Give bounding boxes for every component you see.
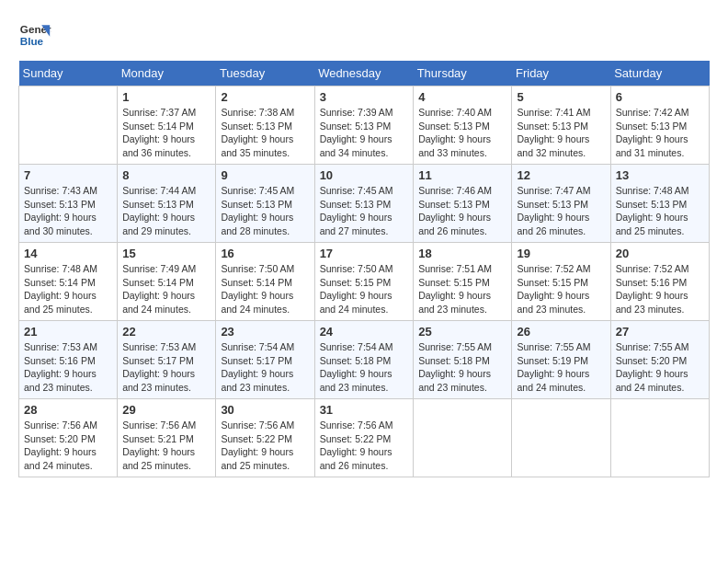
day-number: 14 <box>24 247 112 260</box>
day-number: 15 <box>122 247 210 260</box>
day-number: 26 <box>517 325 605 339</box>
day-info: Sunrise: 7:56 AM Sunset: 5:21 PM Dayligh… <box>122 419 210 473</box>
day-cell <box>512 399 610 477</box>
day-cell: 10Sunrise: 7:45 AM Sunset: 5:13 PM Dayli… <box>314 165 414 243</box>
day-info: Sunrise: 7:48 AM Sunset: 5:13 PM Dayligh… <box>616 184 704 238</box>
day-info: Sunrise: 7:56 AM Sunset: 5:22 PM Dayligh… <box>320 419 409 473</box>
day-cell: 22Sunrise: 7:53 AM Sunset: 5:17 PM Dayli… <box>118 321 216 399</box>
calendar-header-row: SundayMondayTuesdayWednesdayThursdayFrid… <box>19 61 710 86</box>
day-number: 7 <box>24 168 112 182</box>
day-cell: 29Sunrise: 7:56 AM Sunset: 5:21 PM Dayli… <box>118 399 216 477</box>
day-info: Sunrise: 7:45 AM Sunset: 5:13 PM Dayligh… <box>221 184 309 238</box>
day-number: 21 <box>24 325 112 339</box>
day-cell: 19Sunrise: 7:52 AM Sunset: 5:15 PM Dayli… <box>512 243 610 321</box>
day-info: Sunrise: 7:56 AM Sunset: 5:22 PM Dayligh… <box>221 419 309 473</box>
day-number: 20 <box>616 247 704 260</box>
day-cell: 6Sunrise: 7:42 AM Sunset: 5:13 PM Daylig… <box>610 86 709 165</box>
day-cell <box>414 399 512 477</box>
day-info: Sunrise: 7:55 AM Sunset: 5:20 PM Dayligh… <box>616 340 704 395</box>
day-number: 11 <box>418 168 506 182</box>
day-number: 9 <box>221 168 309 182</box>
day-info: Sunrise: 7:44 AM Sunset: 5:13 PM Dayligh… <box>122 184 210 238</box>
day-cell: 30Sunrise: 7:56 AM Sunset: 5:22 PM Dayli… <box>216 399 314 477</box>
week-row-2: 7Sunrise: 7:43 AM Sunset: 5:13 PM Daylig… <box>19 165 710 243</box>
day-cell: 8Sunrise: 7:44 AM Sunset: 5:13 PM Daylig… <box>118 165 216 243</box>
day-info: Sunrise: 7:55 AM Sunset: 5:18 PM Dayligh… <box>418 340 506 395</box>
day-info: Sunrise: 7:40 AM Sunset: 5:13 PM Dayligh… <box>418 106 506 160</box>
day-number: 3 <box>320 90 409 104</box>
day-number: 10 <box>320 168 409 182</box>
day-cell: 24Sunrise: 7:54 AM Sunset: 5:18 PM Dayli… <box>314 321 414 399</box>
day-cell: 17Sunrise: 7:50 AM Sunset: 5:15 PM Dayli… <box>314 243 414 321</box>
day-number: 4 <box>418 90 506 104</box>
day-cell <box>610 399 709 477</box>
day-cell: 14Sunrise: 7:48 AM Sunset: 5:14 PM Dayli… <box>19 243 118 321</box>
day-info: Sunrise: 7:54 AM Sunset: 5:18 PM Dayligh… <box>320 340 409 395</box>
logo-icon: General Blue <box>18 18 51 52</box>
logo: General Blue <box>18 18 51 52</box>
day-number: 19 <box>517 247 605 260</box>
day-cell: 28Sunrise: 7:56 AM Sunset: 5:20 PM Dayli… <box>19 399 118 477</box>
day-number: 22 <box>122 325 210 339</box>
column-header-friday: Friday <box>512 61 610 86</box>
day-cell: 20Sunrise: 7:52 AM Sunset: 5:16 PM Dayli… <box>610 243 709 321</box>
day-cell: 12Sunrise: 7:47 AM Sunset: 5:13 PM Dayli… <box>512 165 610 243</box>
week-row-4: 21Sunrise: 7:53 AM Sunset: 5:16 PM Dayli… <box>19 321 710 399</box>
day-number: 13 <box>616 168 704 182</box>
day-number: 17 <box>320 247 409 260</box>
day-info: Sunrise: 7:41 AM Sunset: 5:13 PM Dayligh… <box>517 106 605 160</box>
day-number: 29 <box>122 403 210 417</box>
day-cell: 5Sunrise: 7:41 AM Sunset: 5:13 PM Daylig… <box>512 86 610 165</box>
column-header-monday: Monday <box>118 61 216 86</box>
day-info: Sunrise: 7:53 AM Sunset: 5:17 PM Dayligh… <box>122 340 210 395</box>
day-info: Sunrise: 7:43 AM Sunset: 5:13 PM Dayligh… <box>24 184 112 238</box>
column-header-thursday: Thursday <box>414 61 512 86</box>
calendar-body: 1Sunrise: 7:37 AM Sunset: 5:14 PM Daylig… <box>19 86 710 477</box>
day-number: 25 <box>418 325 506 339</box>
day-cell: 16Sunrise: 7:50 AM Sunset: 5:14 PM Dayli… <box>216 243 314 321</box>
day-cell: 26Sunrise: 7:55 AM Sunset: 5:19 PM Dayli… <box>512 321 610 399</box>
day-cell: 25Sunrise: 7:55 AM Sunset: 5:18 PM Dayli… <box>414 321 512 399</box>
day-cell <box>19 86 118 165</box>
day-number: 24 <box>320 325 409 339</box>
day-info: Sunrise: 7:49 AM Sunset: 5:14 PM Dayligh… <box>122 262 210 316</box>
day-number: 1 <box>122 90 210 104</box>
day-info: Sunrise: 7:52 AM Sunset: 5:16 PM Dayligh… <box>616 262 704 316</box>
week-row-5: 28Sunrise: 7:56 AM Sunset: 5:20 PM Dayli… <box>19 399 710 477</box>
day-info: Sunrise: 7:38 AM Sunset: 5:13 PM Dayligh… <box>221 106 309 160</box>
day-cell: 31Sunrise: 7:56 AM Sunset: 5:22 PM Dayli… <box>314 399 414 477</box>
svg-text:Blue: Blue <box>20 35 44 47</box>
day-info: Sunrise: 7:47 AM Sunset: 5:13 PM Dayligh… <box>517 184 605 238</box>
day-number: 5 <box>517 90 605 104</box>
day-info: Sunrise: 7:42 AM Sunset: 5:13 PM Dayligh… <box>616 106 704 160</box>
day-info: Sunrise: 7:50 AM Sunset: 5:14 PM Dayligh… <box>221 262 309 316</box>
day-number: 6 <box>616 90 704 104</box>
day-cell: 23Sunrise: 7:54 AM Sunset: 5:17 PM Dayli… <box>216 321 314 399</box>
day-number: 30 <box>221 403 309 417</box>
day-number: 27 <box>616 325 704 339</box>
day-number: 8 <box>122 168 210 182</box>
day-info: Sunrise: 7:54 AM Sunset: 5:17 PM Dayligh… <box>221 340 309 395</box>
day-cell: 9Sunrise: 7:45 AM Sunset: 5:13 PM Daylig… <box>216 165 314 243</box>
day-number: 16 <box>221 247 309 260</box>
day-info: Sunrise: 7:53 AM Sunset: 5:16 PM Dayligh… <box>24 340 112 395</box>
day-info: Sunrise: 7:50 AM Sunset: 5:15 PM Dayligh… <box>320 262 409 316</box>
day-cell: 1Sunrise: 7:37 AM Sunset: 5:14 PM Daylig… <box>118 86 216 165</box>
day-number: 2 <box>221 90 309 104</box>
day-info: Sunrise: 7:51 AM Sunset: 5:15 PM Dayligh… <box>418 262 506 316</box>
day-number: 31 <box>320 403 409 417</box>
day-cell: 18Sunrise: 7:51 AM Sunset: 5:15 PM Dayli… <box>414 243 512 321</box>
day-cell: 13Sunrise: 7:48 AM Sunset: 5:13 PM Dayli… <box>610 165 709 243</box>
day-cell: 2Sunrise: 7:38 AM Sunset: 5:13 PM Daylig… <box>216 86 314 165</box>
day-info: Sunrise: 7:55 AM Sunset: 5:19 PM Dayligh… <box>517 340 605 395</box>
column-header-wednesday: Wednesday <box>314 61 414 86</box>
column-header-sunday: Sunday <box>19 61 118 86</box>
day-cell: 15Sunrise: 7:49 AM Sunset: 5:14 PM Dayli… <box>118 243 216 321</box>
day-cell: 11Sunrise: 7:46 AM Sunset: 5:13 PM Dayli… <box>414 165 512 243</box>
day-info: Sunrise: 7:37 AM Sunset: 5:14 PM Dayligh… <box>122 106 210 160</box>
column-header-tuesday: Tuesday <box>216 61 314 86</box>
day-cell: 3Sunrise: 7:39 AM Sunset: 5:13 PM Daylig… <box>314 86 414 165</box>
day-number: 28 <box>24 403 112 417</box>
day-info: Sunrise: 7:52 AM Sunset: 5:15 PM Dayligh… <box>517 262 605 316</box>
day-info: Sunrise: 7:39 AM Sunset: 5:13 PM Dayligh… <box>320 106 409 160</box>
